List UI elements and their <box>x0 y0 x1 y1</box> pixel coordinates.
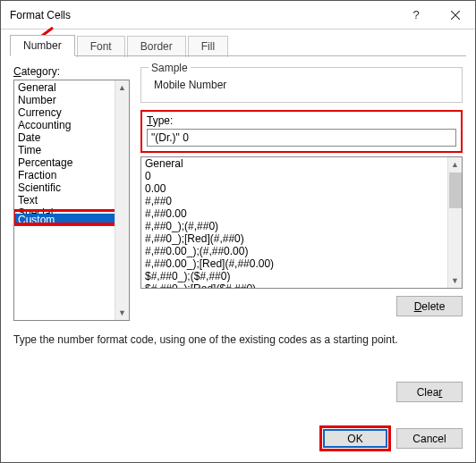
chevron-up-icon[interactable]: ▲ <box>115 80 130 95</box>
list-item[interactable]: General <box>14 81 115 94</box>
type-label: Type: <box>147 114 456 127</box>
scrollbar[interactable]: ▲ ▼ <box>115 80 129 320</box>
scrollbar-thumb[interactable] <box>449 173 462 208</box>
list-item[interactable]: #,##0.00_);[Red](#,##0.00) <box>141 257 447 270</box>
annotation-highlight-type: Type: <box>140 110 463 153</box>
list-item[interactable]: #,##0 <box>141 195 447 207</box>
list-item[interactable]: Accounting <box>14 119 115 131</box>
dialog-footer: OK Cancel <box>1 425 475 462</box>
tab-fill[interactable]: Fill <box>188 36 228 57</box>
list-item[interactable]: Time <box>14 144 115 156</box>
clear-button[interactable]: Clear <box>396 382 463 402</box>
category-listbox[interactable]: General Number Currency Accounting Date … <box>13 80 130 321</box>
dialog-title: Format Cells <box>10 9 396 21</box>
annotation-highlight-ok: OK <box>319 425 391 451</box>
list-item[interactable]: Scientific <box>14 181 115 194</box>
list-item[interactable]: $#,##0_);[Red]($#,##0) <box>141 282 447 289</box>
cancel-button[interactable]: Cancel <box>396 428 463 449</box>
help-button[interactable]: ? <box>396 1 436 29</box>
list-item-custom[interactable]: Custom <box>14 214 115 226</box>
category-label: Category: <box>13 65 130 78</box>
format-cells-dialog: Format Cells ? Number Font Border Fill C… <box>0 0 476 463</box>
list-item[interactable]: Text <box>14 194 115 206</box>
sample-value: Mobile Number <box>149 79 455 91</box>
tab-strip: Number Font Border Fill <box>1 29 475 56</box>
list-item[interactable]: 0 <box>141 170 447 182</box>
list-item[interactable]: Number <box>14 94 115 106</box>
list-item[interactable]: General <box>141 157 447 170</box>
format-code-listbox[interactable]: General 0 0.00 #,##0 #,##0.00 #,##0_);(#… <box>140 156 463 289</box>
list-item[interactable]: Fraction <box>14 169 115 181</box>
tab-border[interactable]: Border <box>127 36 186 57</box>
sample-label: Sample <box>149 62 191 74</box>
list-item[interactable]: Date <box>14 131 115 144</box>
list-item[interactable]: #,##0.00 <box>141 207 447 220</box>
list-item[interactable]: #,##0_);(#,##0) <box>141 220 447 232</box>
list-item[interactable]: Percentage <box>14 156 115 169</box>
list-item[interactable]: Currency <box>14 106 115 119</box>
close-button[interactable] <box>436 1 475 29</box>
close-icon <box>451 11 460 20</box>
chevron-up-icon[interactable]: ▲ <box>448 157 463 172</box>
list-item[interactable]: #,##0_);[Red](#,##0) <box>141 232 447 245</box>
tab-number[interactable]: Number <box>10 35 75 56</box>
type-input[interactable] <box>147 129 456 147</box>
list-item[interactable]: #,##0.00_);(#,##0.00) <box>141 245 447 257</box>
hint-text: Type the number format code, using one o… <box>13 333 463 346</box>
scrollbar[interactable]: ▲ ▼ <box>447 157 462 288</box>
list-item[interactable]: 0.00 <box>141 182 447 195</box>
titlebar: Format Cells ? <box>1 1 475 29</box>
tab-font[interactable]: Font <box>77 36 125 57</box>
sample-group: Sample Mobile Number <box>140 67 463 103</box>
chevron-down-icon[interactable]: ▼ <box>115 306 130 320</box>
list-item[interactable]: $#,##0_);($#,##0) <box>141 270 447 282</box>
ok-button[interactable]: OK <box>323 429 387 448</box>
chevron-down-icon[interactable]: ▼ <box>448 274 463 288</box>
list-item[interactable]: Special <box>14 206 115 214</box>
delete-button[interactable]: Delete <box>396 296 463 316</box>
